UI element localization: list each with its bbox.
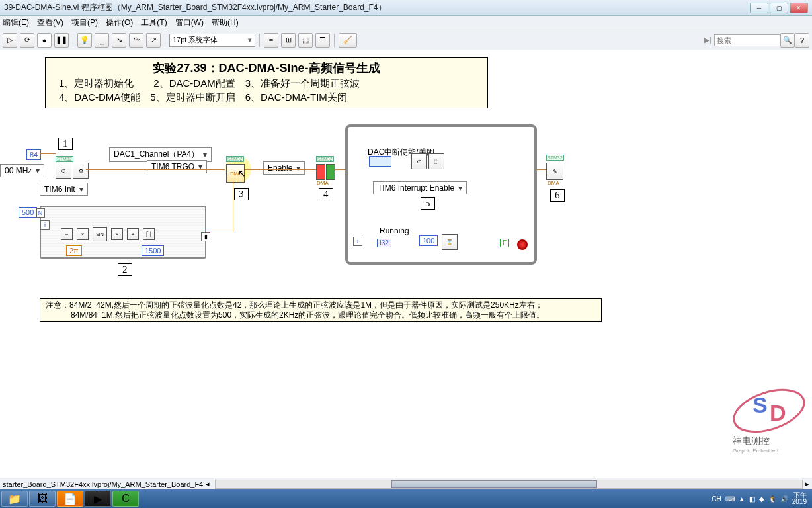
divide-vi-icon[interactable]: ÷ (61, 228, 73, 240)
multiply-vi-icon[interactable]: × (77, 228, 89, 240)
dma-label: DMA (317, 180, 329, 186)
switch-vi-icon[interactable]: ⬚ (428, 153, 444, 169)
reorder-button[interactable]: ☰ (315, 33, 330, 48)
task-camtasia[interactable]: C (112, 491, 139, 507)
tray-volume-icon[interactable]: 🔊 (780, 495, 788, 503)
ime-indicator[interactable]: CH (711, 495, 721, 503)
freq-select[interactable]: 00 MHz (0, 164, 44, 177)
svg-text:S: S (752, 392, 768, 417)
close-vi-icon[interactable]: ✎ (546, 163, 563, 180)
run-cont-button[interactable]: ⟳ (20, 33, 34, 48)
label-5: 5 (421, 197, 435, 210)
pause-button[interactable]: ❚❚ (54, 33, 69, 48)
sine-vi-icon[interactable]: SIN (93, 227, 107, 241)
svg-text:D: D (770, 400, 786, 425)
stop-terminal-icon[interactable] (517, 239, 528, 250)
const-1500[interactable]: 1500 (142, 245, 164, 256)
multiply2-vi-icon[interactable]: × (111, 228, 123, 240)
retain-wire-button[interactable]: ⎯ (95, 33, 109, 48)
const-84[interactable]: 84 (26, 149, 41, 160)
step-out-button[interactable]: ↗ (146, 33, 161, 48)
menu-view[interactable]: 查看(V) (37, 17, 63, 28)
font-select[interactable]: 17pt 系统字体 (169, 34, 255, 47)
run-button[interactable]: ▷ (3, 33, 17, 48)
while-i-terminal[interactable]: i (353, 237, 362, 246)
highlight-exec-button[interactable]: 💡 (77, 33, 92, 48)
label-4: 4 (319, 188, 333, 200)
cleanup-button[interactable]: 🧹 (339, 33, 357, 48)
tray-app1-icon[interactable]: ◧ (749, 495, 755, 503)
h-scrollbar[interactable] (215, 480, 803, 489)
stm32-badge-3: STM32 (226, 156, 244, 162)
bool-control-icon[interactable] (369, 156, 391, 167)
tray-flag-icon[interactable]: ▲ (739, 495, 745, 503)
timer-settings-vi-icon[interactable]: ⚙ (73, 163, 89, 179)
wait-ms-vi-icon[interactable]: ⌛ (442, 234, 458, 250)
enable-select[interactable]: Enable (263, 161, 305, 175)
stm32-badge-4: STM32 (316, 156, 334, 162)
task-labview[interactable]: ▶ (85, 491, 111, 507)
i32-indicator[interactable]: I32 (377, 239, 391, 247)
help-button[interactable]: ? (795, 33, 809, 48)
note-panel: 注意：84M/2=42M,然后一个周期的正弦波量化点数是42，那么理论上生成的正… (40, 298, 602, 322)
convert-vi-icon[interactable]: ⎡⎦ (143, 228, 155, 240)
search-input[interactable] (714, 34, 780, 46)
search-button[interactable]: 🔍 (780, 33, 795, 48)
align-button[interactable]: ≡ (264, 33, 278, 48)
task-photos[interactable]: 🖼 (29, 491, 56, 507)
maximize-button[interactable]: ▢ (770, 3, 788, 13)
note-line-1: 注意：84M/2=42M,然后一个周期的正弦波量化点数是42，那么理论上生成的正… (46, 300, 596, 310)
toolbar: ▷ ⟳ ● ❚❚ 💡 ⎯ ↘ ↷ ↗ 17pt 系统字体 ≡ ⊞ ⬚ ☰ 🧹 ▶… (0, 30, 812, 50)
taskbar: 📁 🖼 📄 ▶ C CH ⌨ ▲ ◧ ◆ 🐧 🔊 下午 2019 (0, 489, 812, 508)
tray-keyboard-icon[interactable]: ⌨ (725, 495, 735, 503)
const-500[interactable]: 500 (19, 207, 37, 218)
tim6-interrupt-select[interactable]: TIM6 Interrupt Enable (373, 181, 467, 194)
while-loop[interactable]: DAC中断使能/关闭 ⏱ ⬚ TIM6 Interrupt Enable Run… (345, 124, 537, 265)
menu-help[interactable]: 帮助(H) (212, 17, 239, 28)
dma-label-6: DMA (548, 180, 559, 186)
menubar: 编辑(E) 查看(V) 项目(P) 操作(O) 工具(T) 窗口(W) 帮助(H… (0, 16, 812, 30)
tray-year: 2019 (792, 499, 807, 505)
dma-status1-icon[interactable] (316, 164, 325, 180)
search-nav-icon[interactable]: ▶| (704, 36, 711, 44)
task-explorer[interactable]: 📁 (1, 491, 28, 507)
for-loop[interactable]: N i ÷ × SIN × + ⎡⎦ 2π 1500 ▮ (40, 206, 206, 259)
tim6-trgo-select[interactable]: TIM6 TRGO (147, 160, 207, 173)
tray-app2-icon[interactable]: ◆ (759, 495, 764, 503)
timer-config-vi-icon[interactable]: ⏱ (56, 163, 71, 179)
watermark-logo: S D 神电测控 Graphic Embedded (706, 374, 812, 454)
menu-tools[interactable]: 工具(T) (141, 17, 167, 28)
tray-qq-icon[interactable]: 🐧 (768, 495, 776, 503)
menu-operate[interactable]: 操作(O) (106, 17, 133, 28)
menu-window[interactable]: 窗口(W) (175, 17, 204, 28)
add-vi-icon[interactable]: + (127, 228, 139, 240)
task-pdf[interactable]: 📄 (57, 491, 83, 507)
false-const[interactable]: F (500, 239, 509, 247)
close-button[interactable]: ✕ (790, 3, 808, 13)
abort-button[interactable]: ● (37, 33, 52, 48)
step-over-button[interactable]: ↷ (129, 33, 143, 48)
dma-status2-icon[interactable] (326, 164, 335, 180)
stm32-badge-6: STM32 (546, 155, 564, 161)
system-tray[interactable]: CH ⌨ ▲ ◧ ◆ 🐧 🔊 下午 2019 (711, 492, 811, 505)
step-into-button[interactable]: ↘ (112, 33, 126, 48)
tim6-init-select[interactable]: TIM6 Init (40, 183, 88, 196)
block-diagram-canvas[interactable]: 实验27.39：DAC-DMA-Sine-高频信号生成 1、定时器初始化 2、D… (0, 50, 812, 474)
timer-vi-icon[interactable]: ⏱ (411, 153, 427, 169)
svg-point-0 (729, 382, 809, 439)
menu-edit[interactable]: 编辑(E) (3, 17, 29, 28)
const-100[interactable]: 100 (419, 235, 438, 246)
menu-project[interactable]: 项目(P) (71, 17, 98, 28)
distribute-button[interactable]: ⊞ (281, 33, 296, 48)
const-2pi[interactable]: 2π (66, 245, 82, 256)
svg-text:神电测控: 神电测控 (733, 435, 770, 446)
minimize-button[interactable]: ─ (750, 3, 768, 13)
info-line-1: 1、定时器初始化 2、DAC-DAM配置 3、准备好一个周期正弦波 (51, 77, 482, 90)
info-line-2: 4、DAC-DMA使能 5、定时器中断开启 6、DAC-DMA-TIM关闭 (51, 91, 482, 104)
info-title: 实验27.39：DAC-DMA-Sine-高频信号生成 (51, 60, 482, 76)
info-panel: 实验27.39：DAC-DMA-Sine-高频信号生成 1、定时器初始化 2、D… (45, 57, 488, 108)
label-1: 1 (58, 138, 73, 150)
resize-button[interactable]: ⬚ (298, 33, 313, 48)
loop-i-terminal[interactable]: i (40, 220, 50, 230)
loop-output-tunnel[interactable]: ▮ (201, 232, 210, 241)
